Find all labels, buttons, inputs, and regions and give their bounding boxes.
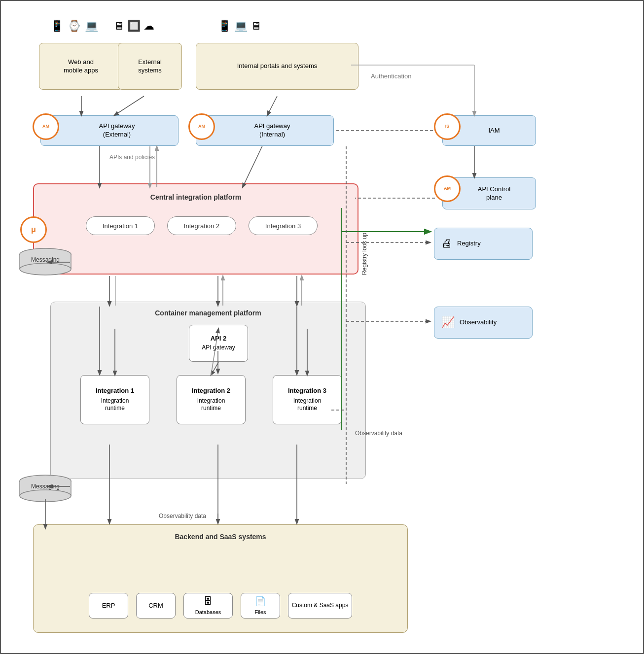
api-gw-int-icon: AM — [188, 113, 215, 140]
container-section: Container management platform API 2 API … — [50, 302, 366, 479]
container-title: Container management platform — [155, 309, 261, 317]
int1-runtime-sub: Integration runtime — [101, 397, 129, 413]
api2-label: API 2 — [211, 335, 227, 343]
registry-box: 🖨 Registry — [434, 228, 533, 260]
messaging-top-label: Messaging — [16, 256, 75, 263]
integration2-pill: Integration 2 — [167, 216, 236, 235]
int3-label: Integration 3 — [265, 222, 301, 230]
messaging-top-cylinder: Messaging — [16, 247, 75, 275]
api-ctrl-icon: AM — [434, 175, 461, 202]
laptop-icon: 💻 — [85, 20, 98, 33]
svg-point-39 — [20, 263, 71, 275]
chip-icon: 🔲 — [127, 20, 141, 33]
backend-section: Backend and SaaS systems ERP CRM 🗄 Datab… — [33, 524, 408, 633]
erp-box: ERP — [89, 593, 128, 619]
messaging-bottom-cylinder: Messaging — [16, 474, 75, 502]
saas-box: Custom & SaaS apps — [288, 593, 352, 619]
observability-data-bottom-label: Observability data — [159, 513, 206, 519]
am3-label: AM — [444, 186, 451, 191]
internal-label: Internal portals and systems — [237, 62, 318, 70]
observability-label: Observability — [460, 318, 497, 327]
messaging-bottom-label: Messaging — [16, 483, 75, 490]
api-gateway-external-box: API gateway (External) — [40, 115, 179, 146]
central-icon: μ — [20, 216, 47, 243]
integration1-pill: Integration 1 — [86, 216, 155, 235]
api-gw-ext-label: API gateway (External) — [99, 122, 135, 139]
files-label: Files — [254, 609, 266, 616]
int1-runtime-box: Integration 1 Integration runtime — [80, 375, 149, 424]
backend-title: Backend and SaaS systems — [175, 533, 266, 541]
observability-box: 📈 Observability — [434, 307, 533, 339]
api-gw-ext-icon: AM — [33, 113, 59, 140]
phone-icon: 📱 — [50, 20, 64, 33]
svg-line-1 — [114, 96, 144, 115]
mobile-icon: 📱 — [218, 20, 231, 33]
files-box: 📄 Files — [241, 593, 280, 619]
erp-label: ERP — [102, 602, 115, 610]
observability-icon: 📈 — [441, 315, 455, 330]
integration3-pill: Integration 3 — [249, 216, 318, 235]
diagram-container: 📱 ⌚ 💻 Web and mobile apps 🖥 🔲 ☁ External… — [0, 0, 644, 654]
external-systems-box: External systems — [118, 43, 182, 90]
is-label: IS — [445, 124, 450, 129]
server-icon: 🖥 — [113, 20, 124, 33]
watch-icon: ⌚ — [68, 20, 81, 33]
registry-lookup-label: Registry look up — [361, 233, 368, 275]
api2-box: API 2 API gateway — [189, 325, 248, 362]
internal-icons: 📱 💻 🖥 — [218, 20, 261, 33]
external-label: External systems — [138, 58, 162, 75]
files-icon: 📄 — [255, 596, 266, 607]
central-integration-section: μ Central integration platform Integrati… — [33, 183, 358, 275]
external-icons: 🖥 🔲 ☁ — [113, 20, 154, 33]
api-gateway-sub-label: API gateway — [202, 344, 235, 352]
svg-point-48 — [20, 490, 71, 502]
databases-box: 🗄 Databases — [183, 593, 233, 619]
cloud-icon: ☁ — [143, 20, 154, 33]
iam-label: IAM — [488, 127, 500, 135]
int2-label: Integration 2 — [184, 222, 219, 230]
registry-icon: 🖨 — [441, 237, 452, 251]
api-ctrl-label: API Control plane — [478, 185, 510, 202]
crm-box: CRM — [136, 593, 176, 619]
central-title: Central integration platform — [150, 193, 241, 201]
int2-runtime-box: Integration 2 Integration runtime — [177, 375, 246, 424]
web-mobile-box: Web and mobile apps — [39, 43, 123, 90]
svg-line-40 — [211, 362, 218, 375]
int3-runtime-sub: Integration runtime — [293, 397, 322, 413]
laptop2-icon: 💻 — [234, 20, 248, 33]
svg-line-3 — [267, 96, 277, 115]
authentication-label: Authentication — [371, 72, 411, 80]
int1-runtime-label: Integration 1 — [96, 387, 134, 395]
observability-data-right-label: Observability data — [355, 430, 402, 437]
apis-policies-label: APIs and policies — [109, 154, 155, 161]
am1-label: AM — [42, 124, 49, 129]
mu-label: μ — [31, 225, 36, 234]
int2-runtime-sub: Integration runtime — [197, 397, 225, 413]
api-gateway-internal-box: API gateway (Internal) — [196, 115, 334, 146]
svg-line-4 — [243, 146, 262, 187]
int1-label: Integration 1 — [103, 222, 138, 230]
internal-portals-box: Internal portals and systems — [196, 43, 358, 90]
web-mobile-icons: 📱 ⌚ 💻 — [50, 20, 98, 33]
crm-label: CRM — [148, 602, 163, 610]
server2-icon: 🖥 — [250, 20, 261, 33]
db-label: Databases — [195, 609, 221, 616]
int3-runtime-label: Integration 3 — [288, 387, 326, 395]
saas-label: Custom & SaaS apps — [292, 602, 349, 610]
int3-runtime-box: Integration 3 Integration runtime — [273, 375, 342, 424]
api-gw-int-label: API gateway (Internal) — [254, 122, 290, 139]
iam-icon: IS — [434, 113, 461, 140]
int2-runtime-label: Integration 2 — [192, 387, 230, 395]
web-mobile-label: Web and mobile apps — [64, 58, 98, 75]
am2-label: AM — [198, 124, 205, 129]
db-icon: 🗄 — [204, 596, 213, 607]
registry-label: Registry — [457, 240, 481, 248]
